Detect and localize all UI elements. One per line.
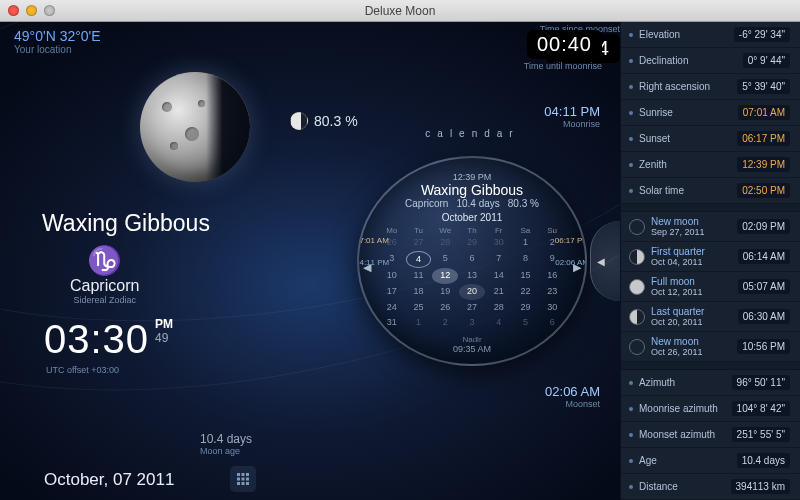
sidebar-row-value: 104° 8' 42" — [732, 401, 790, 416]
clock-ampm: PM — [155, 317, 173, 331]
calendar-day[interactable]: 12 — [432, 268, 458, 284]
moonset-label: Moonset — [545, 399, 600, 409]
moonrise-block: 04:11 PM Moonrise — [544, 104, 600, 129]
calendar-day[interactable]: 6 — [459, 251, 485, 269]
calendar-day[interactable]: 22 — [513, 284, 539, 300]
moonrise-time: 04:11 PM — [544, 104, 600, 119]
phase-name-label: New moon — [651, 216, 705, 227]
sidebar-phase-row[interactable]: First quarterOct 04, 201106:14 AM — [621, 242, 800, 272]
calendar-day[interactable]: 29 — [513, 300, 539, 316]
calendar-day[interactable]: 2 — [432, 315, 458, 331]
calendar-day[interactable]: 11 — [406, 268, 432, 284]
sidebar-row[interactable]: Moonset azimuth251° 55' 5" — [621, 422, 800, 448]
moonrise-countdown: 00:40 Time until moonrise — [524, 30, 602, 71]
sidebar-row-label: Moonrise azimuth — [639, 403, 718, 414]
illumination-value: 80.3 % — [314, 113, 358, 129]
calendar-day[interactable]: 27 — [406, 235, 432, 251]
sidebar-position-section: Azimuth96° 50' 11"Moonrise azimuth104° 8… — [621, 370, 800, 500]
sidebar-row[interactable]: Right ascension5° 39' 40" — [621, 74, 800, 100]
calendar-widget[interactable]: calendar 12:39 PM Waxing Gibbous Caprico… — [345, 140, 600, 370]
calendar-nadir-value: 09:35 AM — [379, 344, 565, 354]
calendar-day[interactable]: 1 — [406, 315, 432, 331]
calendar-day[interactable]: 1 — [513, 235, 539, 251]
calendar-day[interactable]: 30 — [539, 300, 565, 316]
calendar-day[interactable]: 30 — [486, 235, 512, 251]
calendar-day[interactable]: 29 — [459, 235, 485, 251]
calendar-day[interactable]: 27 — [459, 300, 485, 316]
calendar-day[interactable]: 4 — [486, 315, 512, 331]
sidebar-row-value: 251° 55' 5" — [732, 427, 790, 442]
location-block[interactable]: 49°0'N 32°0'E Your location — [14, 28, 101, 55]
phase-time-value: 06:14 AM — [738, 249, 790, 264]
calendar-day[interactable]: 26 — [432, 300, 458, 316]
sidebar-row-label: Distance — [639, 481, 678, 492]
calendar-weekday-header: MoTuWeThFrSaSu — [379, 226, 565, 235]
calendar-day[interactable]: 15 — [513, 268, 539, 284]
sidebar-row[interactable]: Sunrise07:01 AM — [621, 100, 800, 126]
moon-phase-icon — [629, 249, 645, 265]
sidebar-row[interactable]: Declination0° 9' 44" — [621, 48, 800, 74]
svg-rect-3 — [237, 478, 240, 481]
sidebar-phase-row[interactable]: Full moonOct 12, 201105:07 AM — [621, 272, 800, 302]
sidebar-row-value: 394113 km — [731, 479, 790, 494]
moon-disc[interactable] — [140, 72, 250, 182]
moonrise-countdown-value: 00:40 — [527, 30, 602, 59]
calendar-side-sunset: 06:17 PM — [555, 236, 587, 245]
sidebar-row[interactable]: Age10.4 days — [621, 448, 800, 474]
calendar-day[interactable]: 16 — [539, 268, 565, 284]
calendar-day-grid[interactable]: 2627282930123456789101112131415161718192… — [379, 235, 565, 331]
sidebar-row[interactable]: Elevation-6° 29' 34" — [621, 22, 800, 48]
calendar-weekday: Sa — [513, 226, 539, 235]
calendar-day[interactable]: 28 — [432, 235, 458, 251]
sidebar-astro-section: Elevation-6° 29' 34"Declination0° 9' 44"… — [621, 22, 800, 204]
calendar-day[interactable]: 20 — [459, 284, 485, 300]
calendar-day[interactable]: 24 — [379, 300, 405, 316]
sidebar-phase-row[interactable]: New moonSep 27, 201102:09 PM — [621, 212, 800, 242]
calendar-day[interactable]: 28 — [486, 300, 512, 316]
sidebar-row[interactable]: Distance394113 km — [621, 474, 800, 500]
sidebar-row[interactable]: Zenith12:39 PM — [621, 152, 800, 178]
phase-date-label: Oct 04, 2011 — [651, 257, 705, 267]
calendar-day[interactable]: 5 — [432, 251, 458, 269]
sky-canvas: 49°0'N 32°0'E Your location Waxing Gibbo… — [0, 22, 620, 500]
bullet-icon — [629, 459, 633, 463]
calendar-day[interactable]: 21 — [486, 284, 512, 300]
calendar-side-moonset: 02:06 AM — [555, 258, 587, 267]
calendar-day[interactable]: 8 — [513, 251, 539, 269]
sidebar-row[interactable]: Azimuth96° 50' 11" — [621, 370, 800, 396]
sidebar-phase-row[interactable]: New moonOct 26, 201110:56 PM — [621, 332, 800, 362]
sidebar-row-value: 96° 50' 11" — [732, 375, 790, 390]
calendar-day[interactable]: 18 — [406, 284, 432, 300]
calendar-day[interactable]: 14 — [486, 268, 512, 284]
calendar-age: 10.4 days — [456, 198, 499, 209]
sidebar-row[interactable]: Solar time02:50 PM — [621, 178, 800, 204]
calendar-day[interactable]: 25 — [406, 300, 432, 316]
calendar-day[interactable]: 4 — [406, 251, 432, 269]
sidebar[interactable]: Elevation-6° 29' 34"Declination0° 9' 44"… — [620, 22, 800, 500]
grid-menu-button[interactable] — [230, 466, 256, 492]
illumination-block: 80.3 % — [290, 112, 358, 130]
moonrise-label: Moonrise — [544, 119, 600, 129]
bullet-icon — [629, 163, 633, 167]
calendar-day[interactable]: 19 — [432, 284, 458, 300]
location-coords: 49°0'N 32°0'E — [14, 28, 101, 44]
calendar-day[interactable]: 10 — [379, 268, 405, 284]
calendar-day[interactable]: 5 — [513, 315, 539, 331]
calendar-day[interactable]: 13 — [459, 268, 485, 284]
calendar-day[interactable]: 3 — [459, 315, 485, 331]
zodiac-block[interactable]: ♑ Capricorn Sidereal Zodiac — [70, 247, 139, 305]
sidebar-phase-row[interactable]: Last quarterOct 20, 201106:30 AM — [621, 302, 800, 332]
bullet-icon — [629, 137, 633, 141]
calendar-day[interactable]: 23 — [539, 284, 565, 300]
calendar-day[interactable]: 31 — [379, 315, 405, 331]
calendar-day[interactable]: 17 — [379, 284, 405, 300]
sidebar-row-label: Declination — [639, 55, 688, 66]
titlebar: Deluxe Moon — [0, 0, 800, 22]
sidebar-row[interactable]: Sunset06:17 PM — [621, 126, 800, 152]
calendar-day[interactable]: 6 — [539, 315, 565, 331]
sidebar-row-value: 0° 9' 44" — [743, 53, 790, 68]
calendar-day[interactable]: 7 — [486, 251, 512, 269]
moonset-time: 02:06 AM — [545, 384, 600, 399]
sidebar-row[interactable]: Moonrise azimuth104° 8' 42" — [621, 396, 800, 422]
current-date[interactable]: October, 07 2011 — [44, 470, 174, 490]
